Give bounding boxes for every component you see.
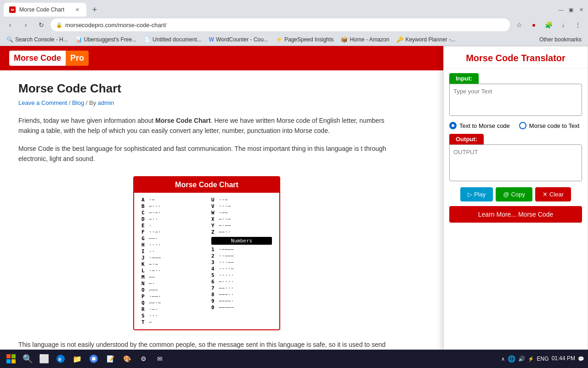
svg-point-7	[92, 357, 96, 361]
security-icon: 🔒	[56, 22, 62, 28]
profile-icon[interactable]: ●	[527, 18, 540, 31]
input-textarea[interactable]	[449, 84, 582, 116]
taskbar-photos[interactable]: 🎨	[119, 351, 134, 366]
copy-button[interactable]: @ Copy	[496, 187, 532, 201]
maximize-button[interactable]: ▣	[568, 6, 574, 13]
chart-row-j: J·−−−	[141, 255, 202, 261]
bookmark-google-docs[interactable]: 📄 Untitled document...	[141, 35, 204, 44]
forward-button[interactable]: ›	[19, 18, 32, 31]
taskbar-task-view[interactable]: ⬜	[37, 351, 51, 366]
chart-row-4: 4····−	[211, 266, 272, 272]
chart-row-o: O−−−	[141, 287, 202, 293]
tab-favicon: M	[9, 6, 16, 13]
chart-row-a: A·−	[141, 197, 202, 203]
meta-comment-link[interactable]: Leave a Comment	[18, 99, 67, 106]
output-section: Output:	[444, 134, 588, 183]
bookmark-wordcounter[interactable]: W WordCounter - Cou...	[206, 35, 271, 44]
chart-row-n: N−·	[141, 281, 202, 287]
bookmark-other[interactable]: Other bookmarks	[537, 35, 584, 44]
new-tab-button[interactable]: +	[88, 3, 101, 16]
svg-text:e: e	[58, 356, 62, 362]
logo-text-1: Morse Code	[9, 51, 66, 66]
bookmark-star-icon[interactable]: ☆	[513, 18, 526, 31]
bookmark-amazon[interactable]: 📦 Home - Amazon	[338, 35, 392, 44]
taskbar-network[interactable]: 🌐	[508, 355, 515, 362]
bookmark-google-docs-icon: 📄	[144, 36, 151, 43]
chart-row-g: G−−·	[141, 236, 202, 242]
chart-row-7: 7−−···	[211, 285, 272, 291]
taskbar-mail[interactable]: ✉	[153, 351, 167, 366]
bookmark-amazon-icon: 📦	[341, 36, 348, 43]
svg-rect-2	[6, 359, 11, 363]
address-bar-row: ‹ › ↻ 🔒 morsecodepro.com/morse-code-char…	[0, 17, 588, 33]
radio-dot	[452, 124, 454, 127]
reload-button[interactable]: ↻	[35, 18, 48, 31]
taskbar-up-arrow[interactable]: ∧	[501, 356, 505, 362]
clear-label: Clear	[549, 191, 564, 198]
bookmark-ubersuggest[interactable]: 📊 Ubersuggest's Free...	[73, 35, 139, 44]
taskbar-chrome[interactable]	[86, 351, 101, 366]
radio-text-to-morse[interactable]: Text to Morse code	[449, 122, 510, 129]
bookmark-ubersuggest-label: Ubersuggest's Free...	[84, 36, 136, 43]
settings-icon[interactable]: ⋮	[571, 18, 584, 31]
bookmark-pagespeed[interactable]: ⚡ PageSpeed Insights	[273, 35, 336, 44]
taskbar-edge[interactable]: e	[53, 351, 68, 366]
minimize-button[interactable]: —	[558, 6, 564, 13]
action-buttons: ▷ Play @ Copy ✕ Clear	[444, 183, 588, 206]
svg-rect-0	[6, 354, 11, 358]
active-tab[interactable]: M Morse Code Chart ✕	[4, 3, 86, 17]
bookmark-keyword-planner[interactable]: 🔑 Keyword Planner -...	[394, 35, 458, 44]
chart-row-d: D−··	[141, 216, 202, 222]
chart-row-e: E·	[141, 223, 202, 229]
page-body: Morse Code Chart Leave a Comment / Blog …	[0, 70, 413, 368]
radio-morse-to-text-circle	[519, 122, 526, 129]
taskbar-notification[interactable]: 💬	[578, 356, 584, 362]
clear-button[interactable]: ✕ Clear	[535, 187, 571, 201]
page-title: Morse Code Chart	[18, 81, 395, 96]
taskbar-search[interactable]: 🔍	[20, 351, 35, 366]
svg-rect-3	[11, 359, 16, 363]
chart-row-0: 0−−−−−	[211, 305, 272, 310]
tab-label: Morse Code Chart	[19, 6, 70, 13]
start-button[interactable]	[4, 351, 18, 366]
bookmark-google-docs-label: Untitled document...	[153, 36, 202, 43]
taskbar-folder[interactable]: 📁	[70, 351, 85, 366]
close-button[interactable]: ✕	[578, 6, 584, 13]
chart-body: A·− B−··· C−·−· D−·· E· F··−· G−−· H····…	[134, 193, 279, 329]
play-button[interactable]: ▷ Play	[460, 187, 493, 201]
taskbar-notepad[interactable]: 📝	[103, 351, 118, 366]
chart-row-b: B−···	[141, 203, 202, 209]
chart-row-t: T−	[141, 319, 202, 325]
copy-icon: @	[503, 191, 509, 198]
input-section: Input:	[444, 69, 588, 117]
bookmark-search-console-icon: 🔍	[6, 36, 13, 43]
tab-close-button[interactable]: ✕	[74, 6, 81, 13]
taskbar-system-tray: ∧ 🌐 🔊 ⚡ ENG 01:44 PM 💬	[501, 355, 584, 362]
taskbar-time-value: 01:44 PM	[552, 355, 575, 362]
chart-row-z: Z−−··	[211, 229, 272, 235]
chart-row-w: W·−−	[211, 210, 272, 216]
chart-row-i: I··	[141, 248, 202, 254]
bookmark-search-console[interactable]: 🔍 Search Console - H...	[4, 35, 71, 44]
extension-icon[interactable]: 🧩	[542, 18, 555, 31]
meta-author-link[interactable]: admin	[98, 99, 114, 106]
chart-row-c: C−·−·	[141, 210, 202, 216]
chart-row-x: X−··−	[211, 216, 272, 222]
chart-row-2: 2··−−−	[211, 253, 272, 259]
back-button[interactable]: ‹	[4, 18, 17, 31]
translator-title: Morse Code Translator	[444, 46, 588, 69]
taskbar-speaker[interactable]: 🔊	[518, 356, 525, 362]
output-textarea[interactable]	[449, 144, 582, 181]
chart-row-s: S···	[141, 313, 202, 319]
downloads-icon[interactable]: ↓	[557, 18, 570, 31]
meta-category-link[interactable]: Blog	[72, 99, 84, 106]
bookmark-wordcounter-label: WordCounter - Cou...	[216, 36, 268, 43]
browser-frame: M Morse Code Chart ✕ + — ▣ ✕ ‹ › ↻ 🔒 mor…	[0, 0, 588, 46]
radio-morse-to-text[interactable]: Morse code to Text	[519, 122, 580, 129]
bookmark-search-console-label: Search Console - H...	[15, 36, 68, 43]
page-meta: Leave a Comment / Blog / By admin	[18, 99, 395, 106]
chart-row-5: 5·····	[211, 272, 272, 278]
address-bar[interactable]: 🔒 morsecodepro.com/morse-code-chart/	[51, 18, 510, 31]
taskbar-settings-app[interactable]: ⚙	[136, 351, 151, 366]
learn-more-button[interactable]: Learn More... Morse Code	[449, 206, 582, 223]
